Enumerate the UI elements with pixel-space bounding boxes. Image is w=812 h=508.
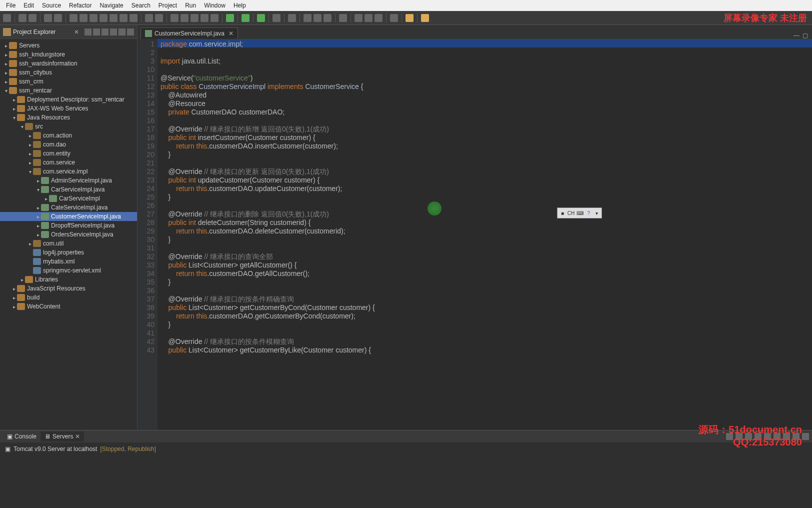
tree-item[interactable]: ▸Deployment Descriptor: ssm_rentcar — [0, 95, 137, 104]
new-icon[interactable] — [3, 14, 11, 22]
menu-edit[interactable]: Edit — [20, 0, 38, 11]
tree-item[interactable]: ▾ssm_rentcar — [0, 86, 137, 95]
search-icon[interactable] — [339, 14, 347, 22]
tree-item[interactable]: ▾Java Resources — [0, 113, 137, 122]
tree-item[interactable]: ▾com.service.impl — [0, 167, 137, 176]
menu-run[interactable]: Run — [181, 0, 200, 11]
menu-source[interactable]: Source — [38, 0, 65, 11]
debug-icon[interactable] — [70, 14, 78, 22]
menu-navigate[interactable]: Navigate — [96, 0, 127, 11]
tree-item[interactable]: ▸build — [0, 293, 137, 302]
pause-icon[interactable] — [80, 14, 88, 22]
explorer-close-icon[interactable]: ✕ — [74, 28, 79, 36]
step-into-icon[interactable] — [120, 14, 128, 22]
panel-maximize-icon[interactable] — [802, 433, 809, 440]
run-ext-icon[interactable] — [257, 14, 265, 22]
ext-tools-icon[interactable] — [272, 14, 280, 22]
minimize-icon[interactable] — [118, 28, 126, 36]
build-icon[interactable] — [54, 14, 62, 22]
tree-item[interactable]: ▸CateServiceImpl.java — [0, 203, 137, 212]
close-tab-icon[interactable]: ✕ — [228, 30, 234, 37]
nav2-icon[interactable] — [364, 14, 372, 22]
save-icon[interactable] — [18, 14, 26, 22]
console-tab[interactable]: ▣ Console — [3, 432, 40, 442]
servers-content[interactable]: ▣ Tomcat v9.0 Server at localhost [Stopp… — [0, 442, 812, 508]
back-icon[interactable] — [406, 14, 414, 22]
console-tab-label: Console — [14, 433, 36, 440]
tree-item[interactable]: ▸JavaScript Resources — [0, 284, 137, 293]
server-row[interactable]: ▣ Tomcat v9.0 Server at localhost [Stopp… — [5, 446, 807, 452]
menu-window[interactable]: Window — [200, 0, 230, 11]
tree-item[interactable]: ▸CarServiceImpl — [0, 194, 137, 203]
save-all-icon[interactable] — [28, 14, 36, 22]
focus-icon[interactable] — [102, 28, 108, 36]
wand-icon[interactable] — [170, 14, 178, 22]
editor-tab[interactable]: CustomerServiceImpl.java ✕ — [140, 28, 238, 39]
tree-item[interactable]: ▸Libraries — [0, 275, 137, 284]
open-task-icon[interactable] — [190, 14, 198, 22]
tree-item[interactable]: ▸ssm_citybus — [0, 68, 137, 77]
ime-dropdown-icon[interactable]: ▾ — [594, 210, 600, 216]
fav2-icon[interactable] — [314, 14, 322, 22]
servers-tab[interactable]: 🖥 Servers ✕ — [40, 432, 84, 442]
tree-item[interactable]: ▾src — [0, 122, 137, 131]
menu-project[interactable]: Project — [154, 0, 181, 11]
tree-item[interactable]: ▸DropoffServiceImpl.java — [0, 221, 137, 230]
fav3-icon[interactable] — [324, 14, 332, 22]
forward-icon[interactable] — [421, 14, 429, 22]
outline-icon[interactable] — [145, 14, 153, 22]
tree-item[interactable]: ▸WebContent — [0, 302, 137, 311]
step-over-icon[interactable] — [110, 14, 118, 22]
menu-refactor[interactable]: Refactor — [65, 0, 96, 11]
maximize-editor-icon[interactable]: ▢ — [802, 32, 808, 39]
menu-help[interactable]: Help — [230, 0, 250, 11]
ime-help-icon[interactable]: ? — [586, 210, 592, 216]
stop-icon[interactable] — [90, 14, 98, 22]
nav3-icon[interactable] — [374, 14, 382, 22]
explorer-tree[interactable]: ▸Servers▸ssh_kmdurgstore▸ssh_wardsinform… — [0, 39, 137, 430]
toggle-icon[interactable] — [44, 14, 52, 22]
tree-item[interactable]: ▸AdminServiceImpl.java — [0, 176, 137, 185]
fav1-icon[interactable] — [304, 14, 312, 22]
code-text: package com.service.impl; import java.ut… — [160, 40, 809, 354]
step-return-icon[interactable] — [130, 14, 138, 22]
tree-item[interactable]: ▸CustomerServiceImpl.java — [0, 212, 137, 221]
tree-item[interactable]: ▸ssh_kmdurgstore — [0, 50, 137, 59]
tree-item[interactable]: ▸com.entity — [0, 149, 137, 158]
step-icon[interactable] — [100, 14, 108, 22]
tree-item[interactable]: ▸com.dao — [0, 140, 137, 149]
tree-item[interactable]: ▸Servers — [0, 41, 137, 50]
debug-cfg-icon[interactable] — [226, 14, 234, 22]
tree-item[interactable]: ▸com.service — [0, 158, 137, 167]
view-menu-icon[interactable] — [110, 28, 117, 36]
menu-search[interactable]: Search — [128, 0, 154, 11]
maximize-icon[interactable] — [127, 28, 134, 36]
code-editor[interactable]: 1231011121314151617181920212223242526272… — [138, 39, 812, 430]
new-java-icon[interactable] — [200, 14, 208, 22]
tree-item[interactable]: mybatis.xml — [0, 257, 137, 266]
pin-icon[interactable] — [390, 14, 398, 22]
tree-item[interactable]: ▸JAX-WS Web Services — [0, 104, 137, 113]
run-icon[interactable] — [242, 14, 250, 22]
new-server-icon[interactable] — [288, 14, 296, 22]
task-icon[interactable] — [155, 14, 163, 22]
collapse-all-icon[interactable] — [84, 28, 92, 36]
tree-item[interactable]: springmvc-servlet.xml — [0, 266, 137, 275]
ime-floating-bar[interactable]: ■ CH ⌨ ? ▾ — [557, 208, 602, 218]
tree-item[interactable]: ▸com.action — [0, 131, 137, 140]
new-pkg-icon[interactable] — [210, 14, 218, 22]
ime-keyboard-icon[interactable]: ⌨ — [576, 210, 584, 216]
tree-item[interactable]: ▸com.util — [0, 239, 137, 248]
close-servers-tab-icon[interactable]: ✕ — [75, 433, 80, 440]
code-body[interactable]: package com.service.impl; import java.ut… — [158, 39, 812, 430]
nav1-icon[interactable] — [354, 14, 362, 22]
tree-item[interactable]: ▾CarServiceImpl.java — [0, 185, 137, 194]
link-editor-icon[interactable] — [93, 28, 100, 36]
open-type-icon[interactable] — [180, 14, 188, 22]
tree-item[interactable]: ▸OrdersServiceImpl.java — [0, 230, 137, 239]
tree-item[interactable]: log4j.properties — [0, 248, 137, 257]
tree-item[interactable]: ▸ssm_crm — [0, 77, 137, 86]
tree-item[interactable]: ▸ssh_wardsinformation — [0, 59, 137, 68]
menu-file[interactable]: File — [2, 0, 20, 11]
minimize-editor-icon[interactable]: — — [794, 32, 800, 39]
